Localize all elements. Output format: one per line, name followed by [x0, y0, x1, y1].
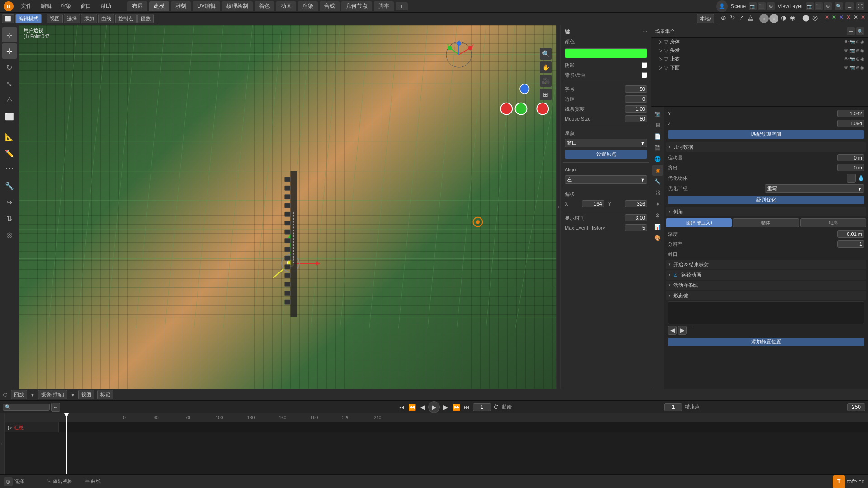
morph-play-btn[interactable]: ▶ [678, 326, 687, 335]
timeline-icon[interactable]: ⏱ [3, 392, 8, 398]
shadow-checkbox[interactable] [642, 62, 647, 68]
match-texture-btn[interactable]: 匹配纹理空间 [668, 130, 864, 139]
add-btn[interactable]: 添加 [81, 14, 97, 23]
add-rest-btn[interactable]: 添加静置位置 [668, 338, 864, 346]
rm5-icon[interactable]: ✕ [853, 14, 859, 23]
tl-search-toggle[interactable]: ↔ [51, 403, 60, 412]
mousesize-value[interactable]: 80 [625, 115, 647, 122]
ppi-material[interactable]: 🎨 [652, 233, 663, 244]
tab-scripting[interactable]: 脚本 [374, 1, 394, 11]
mapping-section-header[interactable]: 开始 & 结束映射 [666, 260, 866, 269]
draw-tool[interactable]: ✏️ [2, 145, 17, 161]
vp-icon-3[interactable]: 🎥 [540, 75, 552, 87]
viewport-canvas[interactable]: 用户透视 (1) Point.047 X Y Z [19, 25, 556, 389]
shading-wire-icon[interactable]: ○ [760, 14, 769, 23]
offset-x-val[interactable]: 164 [582, 200, 604, 207]
tab-texture[interactable]: 纹理绘制 [222, 1, 253, 11]
vl-btn-3[interactable]: ⊕ [824, 2, 832, 10]
vp-icon-2[interactable]: ✋ [540, 61, 552, 73]
app-logo[interactable]: B [4, 1, 14, 11]
scale-tool[interactable]: ⤡ [2, 76, 17, 91]
measure-tool[interactable]: 📐 [2, 129, 17, 145]
scene-item-body[interactable]: ▷ ▽ 身体 👁 📷 ⊕ ◉ [651, 38, 868, 46]
move-icon[interactable]: ⊕ [719, 14, 727, 23]
bevel-tab-profile[interactable]: 轮廓 [800, 218, 866, 227]
depth-val[interactable]: 0.01 m [837, 230, 864, 238]
ppi-particles[interactable]: ✦ [652, 199, 663, 210]
current-frame[interactable]: 1 [473, 403, 491, 411]
track-expand-icon[interactable]: ▷ [8, 425, 12, 431]
rotate-icon[interactable]: ↻ [728, 14, 736, 23]
bottom-select-icon[interactable]: ⊕ [856, 65, 859, 70]
scene-filter-btn[interactable]: ☰ [847, 27, 855, 35]
shear-tool[interactable]: 🔧 [2, 178, 17, 193]
optimum-eyedropper-icon[interactable]: 💧 [858, 175, 864, 181]
prev-keyframe-btn[interactable]: ⏪ [407, 403, 416, 412]
rm6-icon[interactable]: ✕ [860, 14, 866, 23]
ppi-constraints[interactable]: ⛓ [652, 188, 663, 198]
vp-icon-1[interactable]: 🔍 [540, 48, 552, 60]
ppi-world[interactable]: 🌐 [652, 154, 663, 164]
search-btn[interactable]: 🔍 [835, 2, 843, 10]
status-select-icon[interactable]: ⊕ [4, 477, 13, 486]
vl-btn-2[interactable]: ⬛ [815, 2, 823, 10]
color-bar[interactable] [565, 48, 647, 58]
resolution-val[interactable]: 1 [837, 240, 864, 248]
path-anim-header[interactable]: ☑ 路径动画 [666, 270, 866, 280]
bottom-visibility-icon[interactable]: 👁 [844, 65, 849, 70]
scene-item-top[interactable]: ▷ ▽ 上衣 👁 📷 ⊕ ◉ [651, 55, 868, 63]
camera-interp-btn[interactable]: 摄像(插帧) [38, 390, 67, 399]
origin-dropdown[interactable]: 窗口 ▼ [565, 139, 647, 147]
transform-icon[interactable]: ⧋ [746, 14, 755, 23]
top-render-icon[interactable]: 📷 [849, 56, 855, 61]
menu-window[interactable]: 窗口 [77, 1, 95, 11]
playback-arrow[interactable]: ▼ [30, 392, 35, 398]
scene-item-bottom[interactable]: ▷ ▽ 下面 👁 📷 ⊕ ◉ [651, 63, 868, 72]
set-origin-btn[interactable]: 设置原点 [565, 150, 647, 159]
optimum-color-swatch[interactable] [847, 174, 856, 183]
shading-render-icon[interactable]: ◉ [788, 14, 797, 23]
rotate-tool[interactable]: ↻ [2, 60, 17, 75]
jump-end-btn[interactable]: ⏭ [462, 403, 471, 412]
rm2-icon[interactable]: ✕ [831, 14, 837, 23]
tl-left-arrow[interactable]: › [0, 413, 5, 474]
tab-sculpt[interactable]: 雕刻 [171, 1, 191, 11]
transform-tool[interactable]: ⧋ [2, 92, 17, 108]
playhead[interactable] [66, 413, 67, 474]
next-frame-btn[interactable]: ▶ [441, 403, 450, 412]
timeline-mark-btn[interactable]: 标记 [97, 390, 113, 399]
hair-extra-icon[interactable]: ◉ [860, 48, 864, 53]
view-btn[interactable]: 视图 [47, 14, 63, 23]
bevel-tab-round[interactable]: 圆(四舍五入) [666, 218, 732, 227]
cam-arrow[interactable]: ▼ [70, 392, 75, 398]
tab-uv[interactable]: UV编辑 [193, 1, 220, 11]
ppi-data[interactable]: 📊 [652, 221, 663, 232]
top-extra-icon[interactable]: ◉ [860, 56, 864, 61]
tab-animation[interactable]: 动画 [276, 1, 296, 11]
morph-prev-btn[interactable]: ◀ [668, 326, 677, 335]
start-frame[interactable]: 1 [664, 403, 682, 411]
tab-add[interactable]: + [396, 2, 408, 10]
tab-shading[interactable]: 着色 [255, 1, 274, 11]
bevel-tab-object[interactable]: 物体 [733, 218, 799, 227]
menu-file[interactable]: 文件 [17, 1, 35, 11]
max-event-val[interactable]: 5 [625, 224, 647, 231]
tab-render[interactable]: 渲染 [298, 1, 318, 11]
tab-layout[interactable]: 布局 [127, 1, 147, 11]
scene-btn-1[interactable]: 📷 [749, 2, 757, 10]
hair-visibility-icon[interactable]: 👁 [844, 48, 849, 53]
move-tool[interactable]: ✛ [2, 43, 17, 59]
relax-tool[interactable]: ◎ [2, 227, 17, 242]
body-render-icon[interactable]: 📷 [849, 39, 855, 44]
mirror-btn[interactable]: 级别优化 [668, 196, 864, 204]
margin-value[interactable]: 0 [625, 95, 647, 103]
top-visibility-icon[interactable]: 👁 [844, 56, 849, 61]
curve-btn[interactable]: 曲线 [98, 14, 114, 23]
shading-solid-icon[interactable]: ● [769, 14, 778, 23]
body-extra-icon[interactable]: ◉ [860, 39, 864, 44]
vl-btn-1[interactable]: 📷 [806, 2, 814, 10]
rm1-icon[interactable]: ✕ [824, 14, 830, 23]
font-value[interactable]: 50 [625, 85, 647, 93]
viewport-gizmo-area[interactable]: X Y Z [443, 39, 475, 70]
y-coord-val[interactable]: 1.042 [837, 110, 864, 117]
